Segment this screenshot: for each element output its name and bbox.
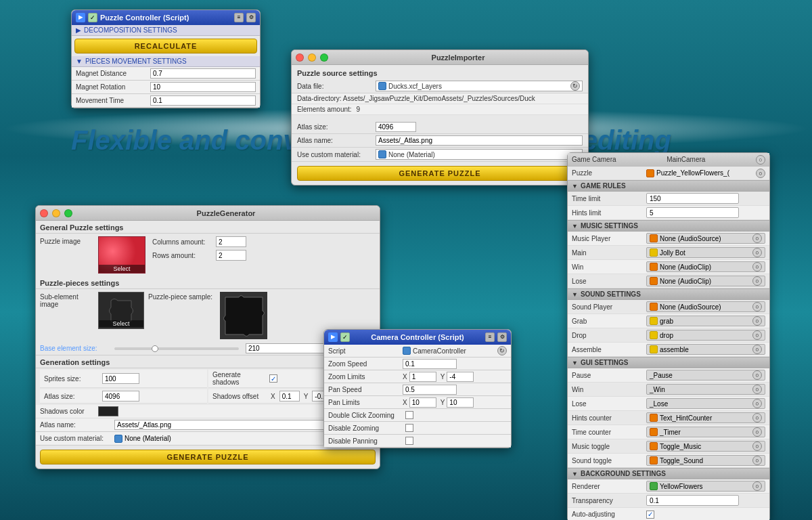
win-gui-circle-btn[interactable]: ○ bbox=[752, 385, 762, 394]
cc-doc-btn[interactable]: ≡ bbox=[485, 332, 495, 342]
double-click-label: Double Click Zooming bbox=[328, 412, 403, 419]
max-btn[interactable] bbox=[320, 53, 328, 62]
game-camera-topbar: Game Camera MainCamera ○ bbox=[568, 153, 769, 167]
hints-limit-input[interactable] bbox=[646, 207, 739, 218]
gen-material-value: None (Material) bbox=[125, 435, 171, 442]
transparency-input[interactable] bbox=[646, 495, 739, 506]
pan-speed-label: Pan Speed bbox=[328, 386, 403, 393]
win-icon bbox=[650, 263, 658, 271]
main-circle-btn[interactable]: ○ bbox=[752, 248, 762, 257]
base-element-slider[interactable] bbox=[114, 347, 239, 350]
pg-close-btn[interactable] bbox=[40, 209, 48, 217]
material-label: Use custom material: bbox=[297, 151, 371, 158]
music-player-circle-btn[interactable]: ○ bbox=[752, 234, 762, 243]
min-btn[interactable] bbox=[308, 53, 316, 62]
hints-counter-circle-btn[interactable]: ○ bbox=[752, 413, 762, 422]
zoom-x-input[interactable] bbox=[409, 372, 436, 382]
shadows-color-swatch[interactable] bbox=[98, 406, 118, 416]
material-row: Use custom material: None (Material) bbox=[292, 148, 588, 162]
generate-puzzle-btn-generator[interactable]: GENERATE PUZZLE bbox=[40, 450, 376, 464]
pan-y-input[interactable] bbox=[447, 397, 474, 408]
puzzle-controller-doc-btn[interactable]: ≡ bbox=[234, 13, 244, 22]
atlas-name-label: Atlas name: bbox=[297, 137, 371, 144]
gen-material-icon bbox=[114, 435, 122, 443]
grab-label: Grab bbox=[572, 318, 646, 325]
bg-section: ▼ BACKGROUND SETTINGS bbox=[568, 468, 769, 479]
assemble-circle-btn[interactable]: ○ bbox=[752, 345, 762, 354]
lose-value: None (AudioClip) ○ bbox=[646, 276, 765, 286]
sound-player-circle-btn[interactable]: ○ bbox=[752, 302, 762, 311]
columns-input[interactable] bbox=[216, 236, 246, 247]
atlas-name-input[interactable] bbox=[376, 135, 583, 146]
puzzle-importer-title: PuzzleImporter bbox=[332, 53, 584, 62]
disable-pan-checkbox[interactable] bbox=[405, 437, 413, 445]
transparency-label: Transparency bbox=[572, 497, 646, 504]
auto-adjusting-checkbox[interactable] bbox=[646, 511, 654, 519]
disable-zoom-row: Disable Zooming bbox=[324, 422, 511, 435]
rows-input[interactable] bbox=[216, 250, 246, 261]
movement-time-input[interactable] bbox=[150, 95, 256, 106]
data-file-refresh-btn[interactable]: ↻ bbox=[570, 81, 580, 91]
sprites-size-row: Sprites size: bbox=[40, 370, 207, 388]
lose-gui-label: Lose bbox=[572, 400, 646, 408]
time-counter-circle-btn[interactable]: ○ bbox=[752, 427, 762, 437]
double-click-checkbox[interactable] bbox=[405, 411, 413, 419]
disable-zoom-checkbox[interactable] bbox=[405, 424, 413, 432]
js-icon: ▶ bbox=[76, 13, 85, 22]
gc-circle-btn[interactable]: ○ bbox=[756, 155, 765, 165]
atlas-size-label: Atlas size: bbox=[297, 123, 371, 131]
base-element-label: Base element size: bbox=[40, 345, 108, 352]
pg-max-btn[interactable] bbox=[64, 209, 72, 217]
sound-player-icon bbox=[650, 303, 658, 311]
material-value-box: None (Material) bbox=[376, 149, 583, 160]
music-toggle-row: Music toggle Toggle_Music ○ bbox=[568, 439, 769, 454]
sprites-size-input[interactable] bbox=[102, 373, 139, 384]
drop-circle-btn[interactable]: ○ bbox=[752, 330, 762, 340]
pg-min-btn[interactable] bbox=[52, 209, 60, 217]
drop-icon bbox=[650, 331, 658, 339]
sprites-size-label: Sprites size: bbox=[44, 375, 98, 383]
puzzle-controller-gear-btn[interactable]: ⚙ bbox=[246, 13, 256, 22]
generate-puzzle-btn-importer[interactable]: GENERATE PUZZLE bbox=[297, 166, 583, 181]
pan-x-input[interactable] bbox=[409, 397, 436, 408]
script-refresh-btn[interactable]: ↻ bbox=[497, 346, 507, 355]
lose-circle-btn[interactable]: ○ bbox=[752, 276, 762, 286]
select-label2[interactable]: Select bbox=[99, 320, 143, 327]
x-input[interactable] bbox=[279, 391, 300, 402]
generate-shadows-checkbox[interactable] bbox=[269, 374, 277, 383]
atlas-size-input[interactable] bbox=[376, 122, 416, 132]
renderer-label: Renderer bbox=[572, 483, 646, 490]
drop-row: Drop drop ○ bbox=[568, 328, 769, 343]
time-limit-input[interactable] bbox=[646, 193, 739, 204]
sub-element-preview: Select bbox=[98, 292, 144, 329]
zoom-y-input[interactable] bbox=[447, 372, 474, 382]
slider-thumb[interactable] bbox=[152, 345, 158, 352]
music-toggle-circle-btn[interactable]: ○ bbox=[752, 441, 762, 451]
magnet-rotation-input[interactable] bbox=[150, 82, 256, 92]
pause-circle-btn[interactable]: ○ bbox=[752, 370, 762, 380]
music-player-value: None (AudioSource) ○ bbox=[646, 233, 765, 244]
lose-gui-circle-btn[interactable]: ○ bbox=[752, 399, 762, 408]
close-btn[interactable] bbox=[296, 53, 304, 62]
disable-pan-row: Disable Panning bbox=[324, 435, 511, 448]
zoom-speed-input[interactable] bbox=[403, 359, 457, 369]
pan-speed-input[interactable] bbox=[403, 385, 457, 395]
rows-row: Rows amount: bbox=[152, 250, 376, 261]
music-player-icon bbox=[650, 234, 658, 242]
elements-value: 9 bbox=[356, 106, 360, 113]
assemble-icon bbox=[650, 345, 658, 353]
sound-toggle-circle-btn[interactable]: ○ bbox=[752, 456, 762, 465]
music-toggle-value: Toggle_Music ○ bbox=[646, 441, 765, 452]
sub-element-label: Sub-element image bbox=[40, 292, 94, 308]
generate-shadows-label: Generate shadows bbox=[212, 371, 267, 386]
select-label[interactable]: Select bbox=[99, 265, 145, 273]
grab-icon bbox=[650, 317, 658, 325]
gen-atlas-size-input[interactable] bbox=[102, 391, 139, 402]
magnet-distance-input[interactable] bbox=[150, 68, 256, 79]
cc-gear-btn[interactable]: ⚙ bbox=[497, 332, 507, 342]
win-circle-btn[interactable]: ○ bbox=[752, 262, 762, 272]
puzzle-circle-btn[interactable]: ○ bbox=[756, 169, 765, 178]
grab-circle-btn[interactable]: ○ bbox=[752, 316, 762, 326]
renderer-circle-btn[interactable]: ○ bbox=[752, 481, 762, 491]
recalculate-button[interactable]: RECALCULATE bbox=[74, 39, 257, 53]
